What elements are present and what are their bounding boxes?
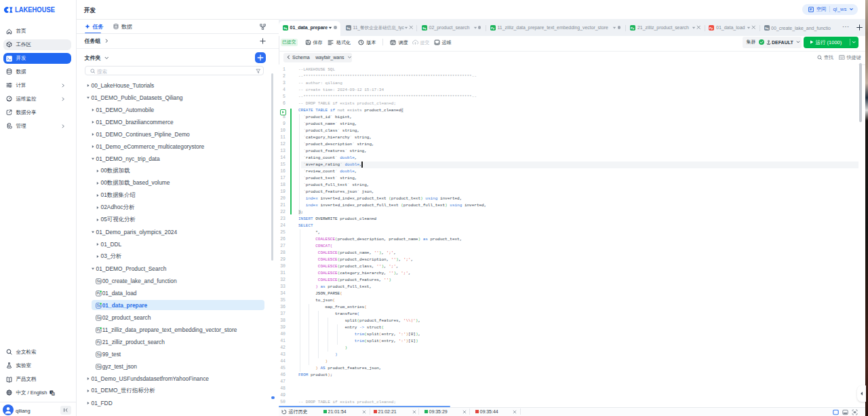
svg-text:Py: Py: [490, 26, 494, 29]
svg-text:Sq: Sq: [347, 26, 351, 29]
svg-text:Py: Py: [97, 341, 101, 344]
svg-text:Sq: Sq: [764, 26, 768, 29]
svg-text:Sq: Sq: [97, 365, 101, 368]
svg-text:LAKEHOUSE: LAKEHOUSE: [15, 5, 55, 14]
svg-text:Sq: Sq: [97, 316, 101, 320]
svg-text:Py: Py: [631, 26, 635, 29]
svg-text:Py: Py: [709, 26, 713, 29]
svg-text:Sq: Sq: [97, 353, 101, 356]
svg-text:Sq: Sq: [422, 26, 427, 29]
svg-text:Sq: Sq: [283, 26, 288, 29]
svg-text:Sq: Sq: [97, 280, 101, 283]
